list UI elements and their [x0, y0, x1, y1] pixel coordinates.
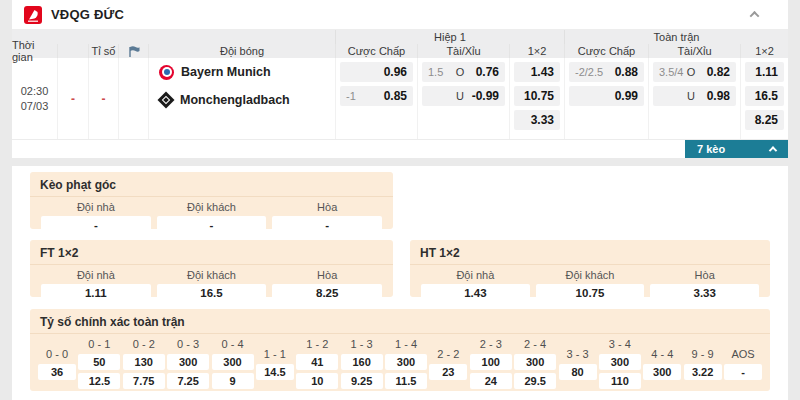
odds-chip-ft-under[interactable]: U 0.98: [653, 86, 736, 106]
score-cell: 0 - 33007.25: [167, 337, 209, 389]
col-header: Hòa: [269, 199, 385, 216]
odds-chip-h1-over[interactable]: 1.5 O 0.76: [422, 62, 505, 82]
score-odds-chip[interactable]: 9: [212, 373, 254, 389]
odds-chip-h1-away[interactable]: 10.75: [514, 86, 560, 106]
odds-value: 0.88: [606, 65, 638, 79]
score-odds-chip[interactable]: 12.5: [78, 373, 120, 389]
score-odds-chip[interactable]: 14.5: [256, 364, 294, 380]
score-odds-chip[interactable]: 160: [341, 354, 383, 370]
match-time-hour: 02:30: [21, 84, 49, 99]
score-odds-chip[interactable]: 100: [470, 354, 512, 370]
header-ft-1x2: 1×2: [740, 44, 788, 58]
score-label: 0 - 0: [38, 347, 76, 361]
corner-away-odds[interactable]: -: [157, 216, 267, 233]
score-label: 3 - 3: [559, 347, 597, 361]
ft-away-odds[interactable]: 16.5: [157, 284, 267, 301]
score-cell: 3 - 4300110: [599, 337, 641, 389]
score-cell: 4 - 4300: [643, 337, 681, 389]
score-odds-chip[interactable]: 11.5: [385, 373, 427, 389]
score-cell: 1 - 114.5: [256, 337, 294, 389]
score-odds-chip[interactable]: 7.75: [123, 373, 165, 389]
score-odds-chip[interactable]: 80: [559, 364, 597, 380]
score-odds-chip[interactable]: 300: [385, 354, 427, 370]
odds-chip-h1-handicap-under[interactable]: -1 0.85: [340, 86, 413, 106]
ft-draw-odds[interactable]: 8.25: [272, 284, 382, 301]
odds-chip-ft-handicap-over[interactable]: -2/2.5 0.88: [569, 62, 644, 82]
corner-home-odds[interactable]: -: [41, 216, 151, 233]
score-label: 0 - 3: [167, 337, 209, 351]
score-home: -: [71, 92, 75, 106]
handicap-line: -1: [346, 90, 375, 102]
match-row: 02:30 07/03 - - Bayern Munich Monchengla…: [12, 58, 788, 139]
header-ft-handicap: Cược Chấp: [564, 44, 648, 58]
score-odds-chip[interactable]: 3.22: [684, 364, 722, 380]
score-label: 1 - 4: [385, 337, 427, 351]
score-odds-chip[interactable]: 110: [599, 373, 641, 389]
score-cell: 1 - 31609.25: [341, 337, 383, 389]
score-odds-chip[interactable]: 23: [429, 364, 467, 380]
markets-panel: Kèo phạt góc Đội nhà- Đội khách- Hòa- FT…: [12, 166, 788, 400]
odds-chip-h1-home[interactable]: 1.43: [514, 62, 560, 82]
teams-column: Bayern Munich Monchengladbach: [148, 58, 335, 139]
odds-value: 0.76: [467, 65, 499, 79]
score-cell: 0 - 036: [38, 337, 76, 389]
odds-chip-ft-away[interactable]: 16.5: [745, 86, 784, 106]
odds-chip-ft-draw[interactable]: 8.25: [745, 110, 784, 130]
expand-markets-button[interactable]: 7 kèo: [685, 140, 788, 158]
score-cell: 9 - 93.22: [684, 337, 722, 389]
score-odds-chip[interactable]: 29.5: [514, 373, 556, 389]
score-cell: 1 - 430011.5: [385, 337, 427, 389]
odds-value: 0.96: [375, 65, 407, 79]
score-label: 1 - 3: [341, 337, 383, 351]
score-cell: 2 - 223: [429, 337, 467, 389]
score-label: 1 - 2: [296, 337, 338, 351]
odds-value: 0.98: [698, 89, 730, 103]
league-title: VĐQG ĐỨC: [51, 7, 124, 22]
score-odds-chip[interactable]: 300: [514, 354, 556, 370]
ht-draw-odds[interactable]: 3.33: [650, 284, 759, 301]
header-score: Tỉ số: [88, 44, 118, 58]
score-odds-chip[interactable]: 9.25: [341, 373, 383, 389]
ht-away-odds[interactable]: 10.75: [536, 284, 645, 301]
odds-chip-ft-home[interactable]: 1.11: [745, 62, 784, 82]
ou-side: U: [453, 90, 467, 102]
score-odds-chip[interactable]: 50: [78, 354, 120, 370]
score-away: -: [102, 92, 106, 106]
score-odds-chip[interactable]: 300: [599, 354, 641, 370]
header-team: Đội bóng: [148, 44, 335, 58]
betting-page: VĐQG ĐỨC Hiệp 1 Toàn trận Thời gian Tỉ s…: [0, 0, 800, 400]
score-odds-chip[interactable]: 7.25: [167, 373, 209, 389]
odds-chip-h1-under[interactable]: U -0.99: [422, 86, 505, 106]
score-odds-chip[interactable]: 300: [212, 354, 254, 370]
odds-value: 3.33: [522, 113, 554, 127]
score-odds-chip[interactable]: 24: [470, 373, 512, 389]
h1-overunder-column: 1.5 O 0.76 U -0.99: [417, 58, 509, 139]
odds-value: -0.99: [467, 89, 499, 103]
odds-card: VĐQG ĐỨC Hiệp 1 Toàn trận Thời gian Tỉ s…: [12, 0, 788, 158]
correct-score-grid: 0 - 0360 - 15012.50 - 21307.750 - 33007.…: [30, 334, 770, 389]
score-odds-chip[interactable]: -: [724, 364, 762, 380]
score-odds-chip[interactable]: 300: [643, 364, 681, 380]
score-cell: 3 - 380: [559, 337, 597, 389]
odds-chip-h1-draw[interactable]: 3.33: [514, 110, 560, 130]
score-cell: 0 - 43009: [212, 337, 254, 389]
score-odds-chip[interactable]: 36: [38, 364, 76, 380]
ft-home-odds[interactable]: 1.11: [41, 284, 151, 301]
odds-value: 0.82: [698, 65, 730, 79]
score-odds-chip[interactable]: 41: [296, 354, 338, 370]
score-odds-chip[interactable]: 130: [123, 354, 165, 370]
league-collapse-button[interactable]: [746, 7, 762, 23]
odds-chip-ft-over[interactable]: 3.5/4 O 0.82: [653, 62, 736, 82]
score-odds-chip[interactable]: 10: [296, 373, 338, 389]
odds-chip-h1-handicap-over[interactable]: 0.96: [340, 62, 413, 82]
away-team-row: Monchengladbach: [149, 86, 335, 114]
score-odds-chip[interactable]: 300: [167, 354, 209, 370]
corner-draw-odds[interactable]: -: [272, 216, 382, 233]
odds-chip-ft-handicap-under[interactable]: 0.99: [569, 86, 644, 106]
header-first-half: Hiệp 1: [335, 30, 564, 44]
odds-value: 16.5: [746, 89, 778, 103]
expand-label: 7 kèo: [697, 143, 725, 155]
chevron-up-icon: [769, 146, 777, 154]
league-header: VĐQG ĐỨC: [12, 0, 788, 30]
ht-home-odds[interactable]: 1.43: [421, 284, 530, 301]
